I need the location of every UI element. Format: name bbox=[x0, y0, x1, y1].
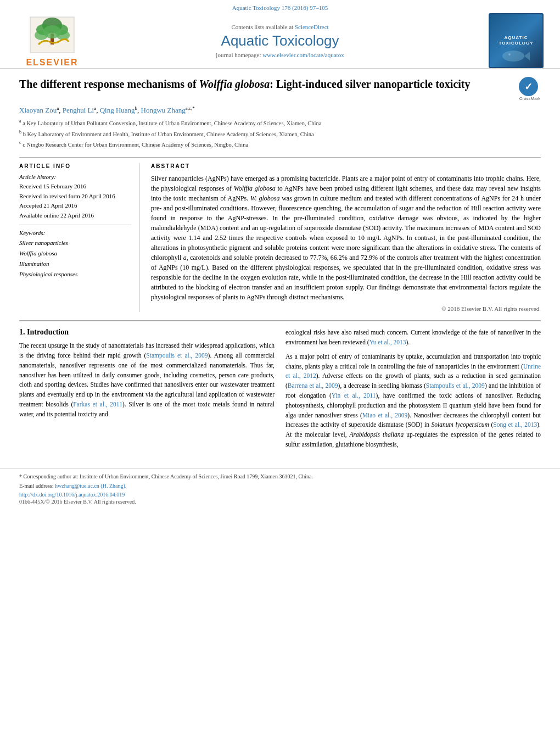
cite-song[interactable]: Song et al., 2013 bbox=[493, 421, 537, 428]
intro-para1-cont: ecological risks have also raised much c… bbox=[285, 328, 541, 348]
author1-sup: a bbox=[57, 105, 59, 111]
corresponding-note: * Corresponding author at: Institute of … bbox=[19, 473, 541, 481]
abstract-label: ABSTRACT bbox=[151, 163, 541, 169]
author1-link[interactable]: Xiaoyan Zou bbox=[19, 106, 57, 114]
cite-unrine[interactable]: Unrine et al., 2012 bbox=[285, 363, 541, 380]
crossmark-badge: ✓ bbox=[519, 77, 538, 96]
affil-b: b b Key Laboratory of Environment and He… bbox=[19, 129, 541, 138]
author2-sup: a bbox=[94, 105, 96, 111]
contents-label: Contents lists available at bbox=[231, 24, 293, 30]
copyright-line: © 2016 Elsevier B.V. All rights reserved… bbox=[151, 305, 541, 312]
article-title: The different response mechanisms of Wol… bbox=[19, 77, 513, 91]
body-two-col: 1. Introduction The recent upsurge in th… bbox=[19, 328, 541, 454]
keyword-2: Wolffia globosa bbox=[19, 248, 131, 259]
elsevier-tree-icon bbox=[27, 14, 77, 55]
elsevier-logo: ELSEVIER bbox=[16, 14, 88, 68]
cite-miao[interactable]: Miao et al., 2009 bbox=[362, 412, 408, 419]
intro-para1: The recent upsurge in the study of nanom… bbox=[19, 341, 275, 420]
header-middle: ELSEVIER Contents lists available at Sci… bbox=[16, 13, 544, 68]
keyword-3: Illumination bbox=[19, 259, 131, 269]
cite-stampoulis[interactable]: Stampoulis et al., 2009 bbox=[146, 352, 208, 359]
article-title-section: The different response mechanisms of Wol… bbox=[19, 77, 541, 101]
issn-line: 0166-445X/© 2016 Elsevier B.V. All right… bbox=[19, 499, 541, 505]
email-link[interactable]: hwzhang@iue.ac.cn (H. Zhang). bbox=[55, 483, 126, 489]
intro-para2: As a major point of entry of contaminant… bbox=[285, 352, 541, 450]
body-section: 1. Introduction The recent upsurge in th… bbox=[19, 320, 541, 454]
keywords-label: Keywords: bbox=[19, 230, 131, 236]
svg-point-8 bbox=[502, 51, 524, 62]
received-date: Received 15 February 2016 bbox=[19, 182, 131, 192]
page: Aquatic Toxicology 176 (2016) 97–105 bbox=[0, 0, 560, 742]
email-label: E-mail address: bbox=[19, 483, 53, 489]
elsevier-brand-text: ELSEVIER bbox=[26, 58, 78, 68]
affil-b-text: b Key Laboratory of Environment and Heal… bbox=[23, 131, 314, 137]
info-abstract-section: ARTICLE INFO Article history: Received 1… bbox=[19, 157, 541, 312]
svg-marker-9 bbox=[524, 52, 530, 60]
cite-yin[interactable]: Yin et al., 2011 bbox=[332, 392, 376, 399]
footer: * Corresponding author at: Institute of … bbox=[0, 468, 560, 509]
cite-yu[interactable]: Yu et al., 2013 bbox=[369, 339, 406, 345]
article-history: Article history: Received 15 February 20… bbox=[19, 174, 131, 220]
header: Aquatic Toxicology 176 (2016) 97–105 bbox=[0, 0, 560, 69]
title-part1: The different response mechanisms of bbox=[19, 78, 199, 90]
article-info-col: ARTICLE INFO Article history: Received 1… bbox=[19, 163, 140, 312]
author2-link[interactable]: Penghui Li bbox=[63, 106, 94, 114]
title-italic: Wolffia globosa bbox=[199, 78, 270, 90]
author4-sup: a,c,* bbox=[186, 105, 195, 111]
affil-a: a a Key Laboratory of Urban Pollutant Co… bbox=[19, 118, 541, 127]
title-part2: : Light-induced silver nanoparticle toxi… bbox=[270, 78, 470, 90]
journal-ref-text: Aquatic Toxicology 176 (2016) 97–105 bbox=[232, 4, 328, 11]
revised-date: Received in revised form 20 April 2016 bbox=[19, 192, 131, 202]
body-left-col: 1. Introduction The recent upsurge in th… bbox=[19, 328, 275, 454]
affiliations: a a Key Laboratory of Urban Pollutant Co… bbox=[19, 118, 541, 149]
affil-a-sup: a bbox=[19, 119, 21, 124]
authors-line: Xiaoyan Zoua, Penghui Lia, Qing Huangb, … bbox=[19, 105, 541, 115]
keyword-4: Physiological responses bbox=[19, 269, 131, 280]
journal-title: Aquatic Toxicology bbox=[88, 32, 472, 49]
affil-c-text: c Ningbo Research Center for Urban Envir… bbox=[23, 141, 248, 147]
sciencedirect-link[interactable]: ScienceDirect bbox=[295, 24, 329, 30]
keyword-1: Silver nanoparticles bbox=[19, 238, 131, 248]
homepage-label: journal homepage: bbox=[216, 52, 261, 58]
history-label: Article history: bbox=[19, 174, 131, 180]
cite-barrena[interactable]: Barrena et al., 2009 bbox=[288, 382, 338, 389]
header-center: Contents lists available at ScienceDirec… bbox=[88, 24, 472, 58]
accepted-date: Accepted 21 April 2016 bbox=[19, 201, 131, 211]
affil-c-sup: c bbox=[19, 140, 21, 145]
crossmark-section: ✓ CrossMark bbox=[519, 77, 541, 101]
svg-point-7 bbox=[43, 25, 61, 38]
abstract-col: ABSTRACT Silver nanoparticles (AgNPs) ha… bbox=[151, 163, 541, 312]
available-date: Available online 22 April 2016 bbox=[19, 211, 131, 221]
elsevier-logo-section: ELSEVIER bbox=[16, 14, 88, 68]
info-divider bbox=[19, 225, 131, 225]
article-info-label: ARTICLE INFO bbox=[19, 163, 131, 169]
email-line: E-mail address: hwzhang@iue.ac.cn (H. Zh… bbox=[19, 482, 541, 490]
sciencedirect-line: Contents lists available at ScienceDirec… bbox=[88, 24, 472, 30]
aquatic-logo-text: AQUATICTOXICOLOGY bbox=[497, 34, 534, 48]
intro-heading: 1. Introduction bbox=[19, 328, 275, 337]
author3-link[interactable]: Qing Huang bbox=[100, 106, 135, 114]
main-content: The different response mechanisms of Wol… bbox=[0, 69, 560, 462]
journal-ref: Aquatic Toxicology 176 (2016) 97–105 bbox=[16, 4, 544, 11]
keywords-list: Silver nanoparticles Wolffia globosa Ill… bbox=[19, 238, 131, 279]
journal-homepage-line: journal homepage: www.elsevier.com/locat… bbox=[88, 52, 472, 58]
author4-link[interactable]: Hongwu Zhang bbox=[141, 106, 186, 114]
affil-b-sup: b bbox=[19, 130, 21, 135]
cite-farkas[interactable]: Farkas et al., 2011 bbox=[73, 401, 122, 408]
affil-a-text: a Key Laboratory of Urban Pollutant Conv… bbox=[23, 120, 321, 126]
aquatic-logo: AQUATICTOXICOLOGY bbox=[489, 13, 544, 68]
homepage-url[interactable]: www.elsevier.com/locate/aquatox bbox=[262, 52, 344, 58]
abstract-text: Silver nanoparticles (AgNPs) have emerge… bbox=[151, 174, 541, 302]
crossmark-label: CrossMark bbox=[519, 96, 541, 101]
affil-c: c c Ningbo Research Center for Urban Env… bbox=[19, 140, 541, 149]
aquatic-logo-section: AQUATICTOXICOLOGY bbox=[472, 13, 544, 68]
doi-link[interactable]: http://dx.doi.org/10.1016/j.aquatox.2016… bbox=[19, 492, 125, 498]
keywords-section: Keywords: Silver nanoparticles Wolffia g… bbox=[19, 230, 131, 279]
doi-line: http://dx.doi.org/10.1016/j.aquatox.2016… bbox=[19, 492, 541, 498]
author3-sup: b bbox=[135, 105, 138, 111]
body-right-col: ecological risks have also raised much c… bbox=[285, 328, 541, 454]
cite-stampoulis2[interactable]: Stampoulis et al., 2009 bbox=[426, 382, 485, 389]
svg-point-10 bbox=[508, 53, 511, 55]
